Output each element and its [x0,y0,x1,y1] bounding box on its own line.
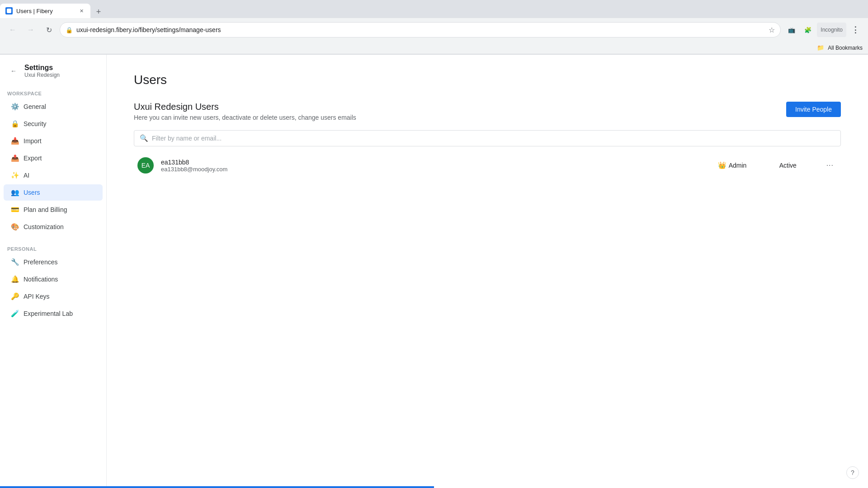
sidebar-item-notifications[interactable]: 🔔 Notifications [4,271,103,287]
nav-actions: 📺 🧩 Incognito ⋮ [784,23,863,37]
sidebar: ← Settings Uxui Redesign WORKSPACE ⚙️ Ge… [0,55,107,488]
sidebar-label-customization: Customization [24,223,64,230]
role-label: Admin [729,162,747,169]
customization-icon: 🎨 [11,223,19,231]
profile-button[interactable]: Incognito [817,23,846,37]
api-keys-icon: 🔑 [11,292,19,300]
user-status: Active [779,162,816,169]
user-role: 👑 Admin [718,161,772,169]
export-icon: 📤 [11,154,19,162]
user-info: ea131bb8 ea131bb8@moodjoy.com [161,159,711,173]
help-button[interactable]: ? [846,466,859,479]
notifications-icon: 🔔 [11,275,19,283]
tab-bar: Users | Fibery ✕ + [0,0,868,18]
search-bar: 🔍 [134,130,841,146]
sidebar-item-plan-billing[interactable]: 💳 Plan and Billing [4,202,103,218]
reload-button[interactable]: ↻ [42,23,56,37]
bookmarks-folder-icon: 📁 [817,44,824,51]
sidebar-label-plan-billing: Plan and Billing [24,206,67,213]
forward-button[interactable]: → [24,23,38,37]
sidebar-label-api-keys: API Keys [24,293,50,300]
bottom-bar [0,486,868,488]
bookmarks-label: All Bookmarks [828,45,863,51]
user-name: ea131bb8 [161,159,711,166]
sidebar-header: ← Settings Uxui Redesign [0,64,106,87]
tab-close-button[interactable]: ✕ [78,7,85,14]
tab-favicon [5,7,13,14]
billing-icon: 💳 [11,206,19,214]
invite-people-button[interactable]: Invite People [786,102,841,117]
sidebar-label-import: Import [24,137,42,145]
preferences-icon: 🔧 [11,258,19,266]
sidebar-label-general: General [24,103,46,110]
sidebar-title-group: Settings Uxui Redesign [24,64,60,78]
progress-bar [0,486,434,488]
search-icon: 🔍 [140,134,148,142]
section-description: Here you can invite new users, deactivat… [134,114,356,121]
users-icon: 👥 [11,188,19,197]
cast-icon: 📺 [784,23,799,37]
experimental-lab-icon: 🧪 [11,310,19,318]
sidebar-item-customization[interactable]: 🎨 Customization [4,219,103,235]
workspace-section-label: WORKSPACE [0,87,106,98]
main-content: Users Uxui Redesign Users Here you can i… [107,55,868,488]
sidebar-item-api-keys[interactable]: 🔑 API Keys [4,288,103,305]
page-title: Users [134,73,841,87]
bookmarks-bar: 📁 All Bookmarks [0,42,868,54]
section-title: Uxui Redesign Users [134,102,356,112]
tab-title: Users | Fibery [16,8,74,14]
address-text: uxui-redesign.fibery.io/fibery/settings/… [76,26,765,33]
nav-bar: ← → ↻ 🔒 uxui-redesign.fibery.io/fibery/s… [0,18,868,42]
sidebar-label-notifications: Notifications [24,276,58,283]
extension-icon: 🧩 [801,23,815,37]
import-icon: 📥 [11,137,19,145]
sidebar-item-experimental-lab[interactable]: 🧪 Experimental Lab [4,305,103,322]
sidebar-item-export[interactable]: 📤 Export [4,150,103,166]
profile-label: Incognito [821,27,843,33]
user-actions-button[interactable]: ··· [823,160,837,171]
sidebar-item-users[interactable]: 👥 Users [4,184,103,201]
sidebar-title: Settings [24,64,60,72]
sidebar-subtitle: Uxui Redesign [24,72,60,78]
crown-icon: 👑 [718,161,726,169]
back-button[interactable]: ← [5,23,20,37]
app-container: ← Settings Uxui Redesign WORKSPACE ⚙️ Ge… [0,55,868,488]
section-title-group: Uxui Redesign Users Here you can invite … [134,102,356,121]
sidebar-label-preferences: Preferences [24,258,57,266]
new-tab-button[interactable]: + [92,5,105,18]
avatar-initials: EA [142,162,150,169]
sidebar-label-export: Export [24,155,42,162]
general-icon: ⚙️ [11,103,19,111]
sidebar-label-experimental-lab: Experimental Lab [24,310,73,317]
bookmark-star-icon[interactable]: ☆ [769,26,775,34]
sidebar-item-security[interactable]: 🔒 Security [4,116,103,132]
user-email: ea131bb8@moodjoy.com [161,166,711,173]
section-header: Uxui Redesign Users Here you can invite … [134,102,841,121]
menu-button[interactable]: ⋮ [848,23,863,37]
ai-icon: ✨ [11,171,19,179]
sidebar-label-security: Security [24,120,47,127]
browser-chrome: Users | Fibery ✕ + ← → ↻ 🔒 uxui-redesign… [0,0,868,55]
sidebar-label-ai: AI [24,172,29,179]
avatar: EA [137,157,154,174]
sidebar-label-users: Users [24,189,40,196]
active-tab[interactable]: Users | Fibery ✕ [0,4,90,18]
sidebar-item-general[interactable]: ⚙️ General [4,99,103,115]
address-bar[interactable]: 🔒 uxui-redesign.fibery.io/fibery/setting… [60,22,781,38]
sidebar-back-button[interactable]: ← [7,65,20,77]
sidebar-item-preferences[interactable]: 🔧 Preferences [4,254,103,270]
security-icon: 🔒 [11,120,19,128]
personal-section-label: PERSONAL [0,243,106,253]
sidebar-item-import[interactable]: 📥 Import [4,133,103,149]
sidebar-item-ai[interactable]: ✨ AI [4,167,103,183]
lock-icon: 🔒 [66,27,73,33]
search-input[interactable] [152,135,835,142]
table-row: EA ea131bb8 ea131bb8@moodjoy.com 👑 Admin… [134,152,841,179]
